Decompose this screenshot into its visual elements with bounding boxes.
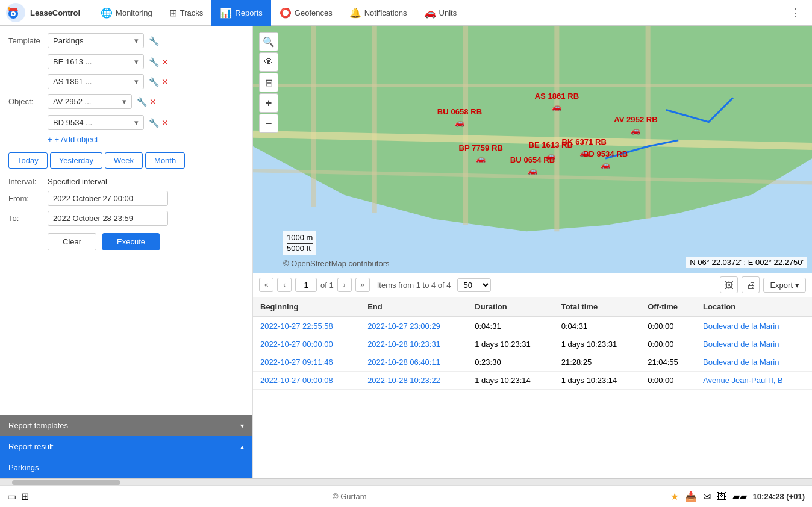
- time-buttons-group: Today Yesterday Week Month: [8, 152, 244, 169]
- star-icon[interactable]: ★: [670, 491, 679, 502]
- nav-units[interactable]: 🚗 Units: [416, 0, 466, 26]
- object-delete-av2952-icon[interactable]: ✕: [149, 97, 157, 107]
- last-page-button[interactable]: »: [355, 278, 370, 292]
- template-dropdown[interactable]: Parkings ▾: [48, 33, 144, 48]
- nav-units-label: Units: [439, 8, 457, 17]
- page-input[interactable]: [295, 278, 317, 292]
- map-eye-button[interactable]: 👁: [259, 52, 278, 72]
- object-settings-av2952-icon[interactable]: 🔧: [137, 97, 147, 107]
- report-templates-section[interactable]: Report templates ▾: [0, 415, 252, 436]
- nav-tracks-label: Tracks: [180, 8, 204, 17]
- map-search-button[interactable]: 🔍: [259, 32, 278, 51]
- export-button[interactable]: Export ▾: [763, 278, 806, 293]
- table-toolbar: « ‹ of 1 › » Items from 1 to 4 of 4 50 1…: [253, 273, 812, 297]
- table-row: 2022-10-27 22:55:58 2022-10-27 23:00:29 …: [253, 317, 812, 335]
- battery-icon[interactable]: ▰▰: [732, 491, 747, 502]
- object-settings-as1861-icon[interactable]: 🔧: [149, 77, 159, 87]
- cell-end-1[interactable]: 2022-10-28 10:23:31: [360, 335, 467, 353]
- week-button[interactable]: Week: [105, 152, 143, 169]
- to-row: To:: [8, 211, 244, 226]
- prev-page-button[interactable]: ‹: [277, 278, 292, 292]
- main-area: Template Parkings ▾ 🔧 BE 1613 ... ▾ 🔧 ✕ …: [0, 26, 812, 478]
- cell-beginning-3[interactable]: 2022-10-27 00:00:08: [253, 372, 360, 390]
- cell-end-2[interactable]: 2022-10-28 06:40:11: [360, 353, 467, 372]
- screenshot-button[interactable]: 🖼: [720, 276, 738, 293]
- parkings-item[interactable]: Parkings: [0, 457, 252, 478]
- next-page-button[interactable]: ›: [337, 278, 352, 292]
- svg-text:🚗: 🚗: [631, 125, 641, 135]
- month-button[interactable]: Month: [145, 152, 185, 169]
- cell-beginning-1[interactable]: 2022-10-27 00:00:00: [253, 335, 360, 353]
- cell-location-2[interactable]: Boulevard de la Marin: [696, 353, 812, 372]
- image-icon[interactable]: 🖼: [717, 491, 726, 502]
- cell-beginning-0[interactable]: 2022-10-27 22:55:58: [253, 317, 360, 335]
- from-input[interactable]: [48, 191, 168, 206]
- cell-location-1[interactable]: Boulevard de la Marin: [696, 335, 812, 353]
- nav-monitoring[interactable]: 🌐 Monitoring: [92, 0, 161, 26]
- map-zoom-out-button[interactable]: −: [259, 114, 278, 133]
- object-dropdown-as1861[interactable]: AS 1861 ... ▾: [48, 74, 144, 89]
- template-chevron-icon: ▾: [134, 36, 139, 45]
- template-settings-icon[interactable]: 🔧: [149, 36, 159, 46]
- object-settings-bd9534-icon[interactable]: 🔧: [149, 118, 159, 128]
- notifications-icon: 🔔: [349, 7, 361, 19]
- inbox-icon[interactable]: 📥: [685, 491, 697, 502]
- template-value: Parkings: [53, 36, 131, 45]
- cell-end-3[interactable]: 2022-10-28 10:23:22: [360, 372, 467, 390]
- table-row: 2022-10-27 00:00:00 2022-10-28 10:23:31 …: [253, 335, 812, 353]
- object-dropdown-be1613[interactable]: BE 1613 ... ▾: [48, 54, 144, 69]
- first-page-button[interactable]: «: [259, 278, 273, 292]
- map-layers-button[interactable]: ⊟: [259, 73, 278, 92]
- report-result-section[interactable]: Report result ▴: [0, 436, 252, 457]
- sidebar-toggle-icon[interactable]: ▭: [7, 491, 16, 502]
- execute-button[interactable]: Execute: [102, 233, 160, 250]
- map-zoom-in-button[interactable]: +: [259, 93, 278, 113]
- left-panel: Template Parkings ▾ 🔧 BE 1613 ... ▾ 🔧 ✕ …: [0, 26, 253, 478]
- nav-more-button[interactable]: ⋮: [784, 6, 807, 19]
- add-object-button[interactable]: + + Add object: [48, 135, 244, 144]
- object-dropdown-bd9534[interactable]: BD 9534 ... ▾: [48, 115, 144, 130]
- add-object-icon: +: [48, 135, 52, 144]
- cell-duration-1: 1 days 10:23:31: [467, 335, 554, 353]
- report-result-label: Report result: [8, 442, 53, 451]
- object-delete-bd9534-icon[interactable]: ✕: [161, 118, 169, 128]
- to-input[interactable]: [48, 211, 168, 226]
- grid-toggle-icon[interactable]: ⊞: [21, 491, 29, 502]
- cell-location-0[interactable]: Boulevard de la Marin: [696, 317, 812, 335]
- object-delete-be1613-icon[interactable]: ✕: [161, 57, 169, 67]
- status-time: 10:24:28 (+01): [753, 492, 805, 501]
- object-row-av2952: Object: AV 2952 ... ▾ 🔧 ✕: [8, 94, 244, 109]
- nav-geofences[interactable]: ⭕ Geofences: [271, 0, 341, 26]
- statusbar-right: ★ 📥 ✉ 🖼 ▰▰ 10:24:28 (+01): [670, 491, 805, 502]
- cell-beginning-2[interactable]: 2022-10-27 09:11:46: [253, 353, 360, 372]
- clear-button[interactable]: Clear: [48, 233, 96, 250]
- export-chevron-icon: ▾: [795, 281, 799, 290]
- object-dropdown-av2952[interactable]: AV 2952 ... ▾: [48, 94, 132, 109]
- report-templates-label: Report templates: [8, 421, 68, 430]
- svg-text:AS 1861 RB: AS 1861 RB: [535, 92, 579, 101]
- report-result-chevron-icon: ▴: [240, 443, 244, 451]
- print-button[interactable]: 🖨: [742, 276, 760, 293]
- map-controls: 🔍 👁 ⊟ + −: [259, 32, 278, 133]
- object-settings-be1613-icon[interactable]: 🔧: [149, 57, 159, 67]
- nav-tracks[interactable]: ⊞ Tracks: [161, 0, 212, 26]
- object-delete-as1861-icon[interactable]: ✕: [161, 77, 169, 87]
- col-total-time: Total time: [554, 297, 640, 317]
- nav-reports[interactable]: 📊 Reports: [211, 0, 271, 26]
- cell-location-3[interactable]: Avenue Jean-Paul II, B: [696, 372, 812, 390]
- right-area: BU 0658 RB 🚗 AS 1861 RB 🚗 AV 2952 RB 🚗 B…: [253, 26, 812, 478]
- object-row-bd9534: BD 9534 ... ▾ 🔧 ✕: [48, 115, 244, 130]
- mail-icon[interactable]: ✉: [703, 491, 711, 502]
- today-button[interactable]: Today: [8, 152, 48, 169]
- table-scroll[interactable]: Beginning End Duration Total time Off-ti…: [253, 297, 812, 478]
- cell-end-0[interactable]: 2022-10-27 23:00:29: [360, 317, 467, 335]
- per-page-select[interactable]: 50 100 200: [457, 278, 491, 292]
- horizontal-scroll-bar[interactable]: [0, 478, 812, 485]
- nav-notifications[interactable]: 🔔 Notifications: [341, 0, 416, 26]
- brand-name: LeaseControl: [30, 8, 80, 17]
- cell-duration-3: 1 days 10:23:14: [467, 372, 554, 390]
- object-row-be1613: BE 1613 ... ▾ 🔧 ✕: [48, 54, 244, 69]
- data-table: Beginning End Duration Total time Off-ti…: [253, 297, 812, 390]
- yesterday-button[interactable]: Yesterday: [50, 152, 102, 169]
- brand-logo[interactable]: LeaseControl: [5, 2, 80, 23]
